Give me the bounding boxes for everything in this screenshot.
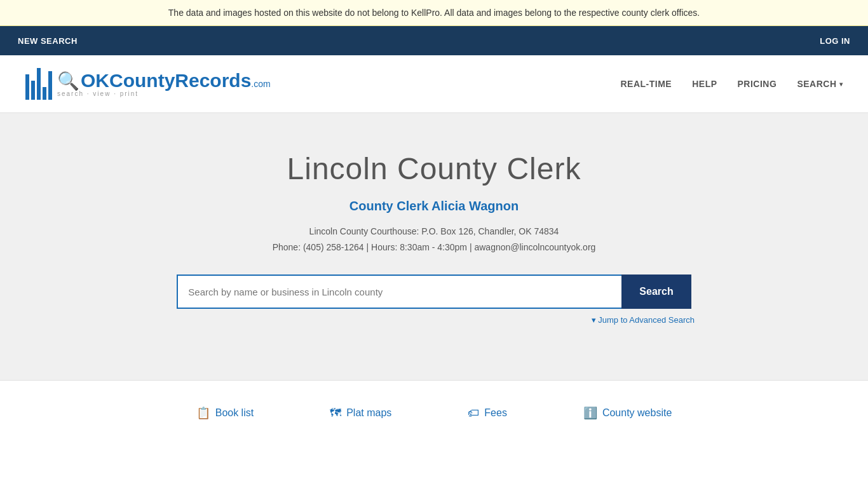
nav-bar: NEW SEARCH LOG IN: [0, 26, 868, 55]
nav-help[interactable]: HELP: [692, 79, 717, 89]
logo[interactable]: 🔍 OKCountyRecords.com search · view · pr…: [25, 68, 271, 100]
advanced-search-link[interactable]: ▾ Jump to Advanced Search: [592, 315, 695, 325]
county-website-label: County website: [602, 407, 672, 419]
plat-maps-label: Plat maps: [346, 407, 391, 419]
new-search-link[interactable]: NEW SEARCH: [13, 29, 83, 53]
fees-label: Fees: [484, 407, 507, 419]
book-list-icon: 📋: [196, 406, 210, 420]
logo-bar-1: [25, 74, 29, 100]
logo-brand: 🔍 OKCountyRecords.com: [57, 71, 271, 90]
footer-book-list-link[interactable]: 📋 Book list: [196, 406, 254, 420]
book-list-label: Book list: [215, 407, 254, 419]
logo-tagline: search · view · print: [57, 90, 139, 97]
plat-maps-icon: 🗺: [330, 407, 341, 420]
footer: 📋 Book list 🗺 Plat maps 🏷 Fees ℹ️ County…: [0, 380, 868, 445]
logo-dotcom: .com: [251, 79, 270, 88]
header-nav: REAL-TIME HELP PRICING SEARCH ▾: [620, 79, 843, 89]
logo-main: 🔍 OKCountyRecords.com search · view · pr…: [57, 71, 271, 97]
advanced-search-container: ▾ Jump to Advanced Search: [173, 315, 695, 325]
footer-county-website-link[interactable]: ℹ️ County website: [583, 406, 672, 420]
search-input[interactable]: [177, 274, 621, 309]
logo-bar-2: [31, 81, 35, 100]
log-in-link[interactable]: LOG IN: [815, 29, 855, 53]
nav-real-time[interactable]: REAL-TIME: [620, 79, 672, 89]
address-line1: Lincoln County Courthouse: P.O. Box 126,…: [13, 224, 855, 240]
site-header: 🔍 OKCountyRecords.com search · view · pr…: [0, 55, 868, 113]
nav-search[interactable]: SEARCH ▾: [797, 79, 843, 89]
county-website-icon: ℹ️: [583, 406, 597, 420]
top-banner: The data and images hosted on this websi…: [0, 0, 868, 26]
search-container: Search: [13, 274, 855, 309]
main-content: Lincoln County Clerk County Clerk Alicia…: [0, 113, 868, 380]
county-address: Lincoln County Courthouse: P.O. Box 126,…: [13, 224, 855, 255]
logo-bars: [25, 68, 52, 100]
logo-bar-5: [48, 71, 52, 100]
footer-fees-link[interactable]: 🏷 Fees: [468, 407, 507, 420]
fees-icon: 🏷: [468, 407, 479, 420]
nav-search-label: SEARCH: [797, 79, 836, 89]
county-title: Lincoln County Clerk: [13, 151, 855, 186]
search-button[interactable]: Search: [621, 274, 691, 309]
nav-pricing[interactable]: PRICING: [738, 79, 777, 89]
logo-bar-4: [43, 87, 46, 100]
chevron-down-icon: ▾: [839, 81, 843, 88]
banner-text: The data and images hosted on this websi…: [168, 8, 700, 18]
magnifier-icon: 🔍: [57, 72, 79, 90]
address-line2: Phone: (405) 258-1264 | Hours: 8:30am - …: [13, 240, 855, 255]
logo-brand-text: OKCountyRecords: [81, 71, 251, 90]
footer-plat-maps-link[interactable]: 🗺 Plat maps: [330, 407, 391, 420]
clerk-name: County Clerk Alicia Wagnon: [13, 199, 855, 214]
logo-bar-3: [37, 68, 41, 100]
